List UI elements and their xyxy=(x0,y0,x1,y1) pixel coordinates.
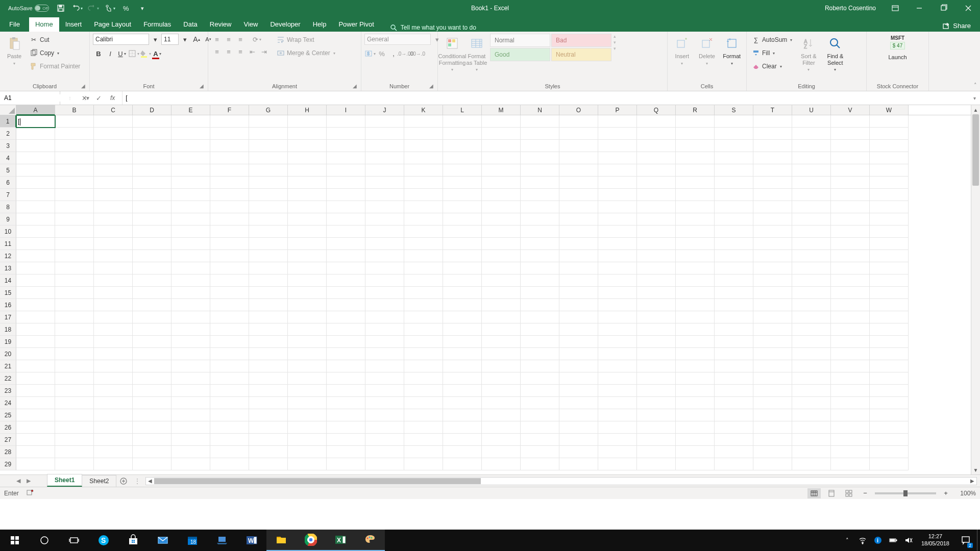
cell[interactable] xyxy=(249,250,288,262)
tray-wifi-icon[interactable] xyxy=(855,530,870,551)
cell[interactable] xyxy=(404,311,443,323)
taskbar-laptop-icon[interactable] xyxy=(207,530,237,551)
cell[interactable] xyxy=(715,250,753,262)
cell[interactable] xyxy=(676,434,715,446)
cell[interactable] xyxy=(831,250,870,262)
cell[interactable] xyxy=(753,385,792,397)
cell[interactable] xyxy=(327,372,365,385)
cell[interactable] xyxy=(404,287,443,299)
find-select-button[interactable]: Find & Select▾ xyxy=(823,34,847,74)
row-header[interactable]: 14 xyxy=(0,274,16,287)
cell[interactable] xyxy=(404,446,443,458)
cell[interactable] xyxy=(559,299,598,311)
cell[interactable] xyxy=(172,213,210,226)
cell[interactable] xyxy=(598,152,637,164)
column-header[interactable]: Q xyxy=(637,105,676,115)
cell[interactable] xyxy=(559,458,598,470)
cell[interactable] xyxy=(598,250,637,262)
cell[interactable] xyxy=(870,238,909,250)
cell[interactable] xyxy=(792,152,831,164)
cell[interactable] xyxy=(288,348,327,360)
cell[interactable] xyxy=(676,128,715,140)
row-header[interactable]: 19 xyxy=(0,336,16,348)
zoom-out-button[interactable]: − xyxy=(860,488,871,499)
cell[interactable] xyxy=(16,397,55,409)
row-header[interactable]: 9 xyxy=(0,213,16,226)
taskbar-skype-icon[interactable]: S xyxy=(89,530,118,551)
cell[interactable] xyxy=(55,152,94,164)
cell[interactable] xyxy=(753,262,792,274)
cell[interactable] xyxy=(133,287,172,299)
cell[interactable] xyxy=(753,323,792,336)
cell[interactable] xyxy=(16,140,55,152)
cell[interactable] xyxy=(133,250,172,262)
cell[interactable] xyxy=(792,336,831,348)
cell[interactable] xyxy=(521,213,559,226)
cell[interactable] xyxy=(792,397,831,409)
cell[interactable] xyxy=(792,128,831,140)
cell[interactable] xyxy=(792,360,831,372)
cell[interactable] xyxy=(288,299,327,311)
cell[interactable] xyxy=(559,262,598,274)
format-painter-button[interactable]: Format Painter xyxy=(28,60,82,72)
cell[interactable] xyxy=(288,274,327,287)
cell[interactable] xyxy=(559,274,598,287)
cell[interactable] xyxy=(792,274,831,287)
cell[interactable] xyxy=(521,189,559,201)
cell[interactable] xyxy=(715,140,753,152)
maximize-button[interactable] xyxy=(932,0,955,16)
cell[interactable] xyxy=(482,201,521,213)
cell[interactable] xyxy=(94,409,133,421)
cell[interactable] xyxy=(404,409,443,421)
cell[interactable] xyxy=(404,164,443,177)
cell[interactable] xyxy=(404,360,443,372)
cell[interactable] xyxy=(133,434,172,446)
cell[interactable] xyxy=(559,177,598,189)
cell[interactable] xyxy=(831,385,870,397)
cell[interactable] xyxy=(637,274,676,287)
cell[interactable] xyxy=(870,458,909,470)
cell[interactable] xyxy=(676,397,715,409)
cell[interactable] xyxy=(482,115,521,128)
cell[interactable] xyxy=(288,189,327,201)
expand-formula-bar-icon[interactable]: ▾ xyxy=(969,91,980,105)
cell[interactable] xyxy=(249,397,288,409)
cell[interactable] xyxy=(792,213,831,226)
cell[interactable] xyxy=(870,226,909,238)
cell[interactable] xyxy=(16,348,55,360)
cell[interactable] xyxy=(482,409,521,421)
cell[interactable] xyxy=(327,189,365,201)
fill-color-button[interactable]: ▾ xyxy=(140,48,151,59)
vscroll-thumb[interactable] xyxy=(972,114,979,186)
cell[interactable] xyxy=(327,311,365,323)
cell[interactable] xyxy=(559,409,598,421)
cell[interactable] xyxy=(753,336,792,348)
cell[interactable] xyxy=(94,226,133,238)
column-header[interactable]: J xyxy=(365,105,404,115)
column-header[interactable]: M xyxy=(482,105,521,115)
cell[interactable] xyxy=(676,201,715,213)
column-header[interactable]: E xyxy=(172,105,210,115)
cell[interactable] xyxy=(172,434,210,446)
column-header[interactable]: R xyxy=(676,105,715,115)
cell[interactable] xyxy=(404,201,443,213)
scroll-up-icon[interactable]: ▲ xyxy=(971,105,980,114)
scroll-down-icon[interactable]: ▼ xyxy=(971,465,980,474)
cell[interactable] xyxy=(172,446,210,458)
cell[interactable] xyxy=(831,421,870,434)
row-header[interactable]: 28 xyxy=(0,446,16,458)
cell[interactable] xyxy=(792,434,831,446)
cell[interactable] xyxy=(365,409,404,421)
copy-button[interactable]: Copy▾ xyxy=(28,47,82,59)
cell[interactable] xyxy=(210,226,249,238)
cell[interactable] xyxy=(210,421,249,434)
cell[interactable] xyxy=(676,238,715,250)
cell[interactable] xyxy=(404,250,443,262)
cell[interactable] xyxy=(598,226,637,238)
cell[interactable] xyxy=(288,287,327,299)
cell[interactable] xyxy=(870,250,909,262)
cell[interactable] xyxy=(443,409,482,421)
cell[interactable] xyxy=(831,189,870,201)
cell[interactable] xyxy=(365,397,404,409)
cell[interactable] xyxy=(249,128,288,140)
